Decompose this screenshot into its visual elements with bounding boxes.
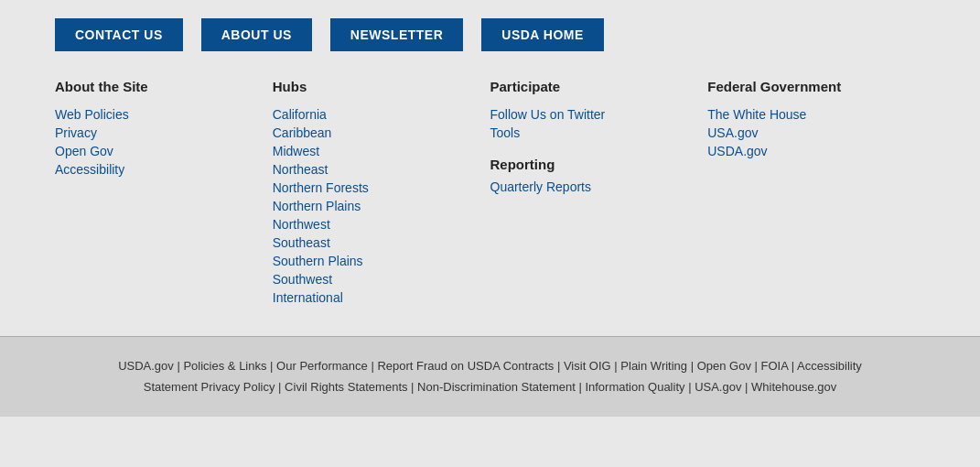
link-southwest[interactable]: Southwest [273, 272, 472, 287]
link-northern-plains[interactable]: Northern Plains [273, 199, 472, 213]
link-caribbean[interactable]: Caribbean [273, 125, 472, 140]
button-row: CONTACT US ABOUT US NEWSLETTER USDA HOME [55, 18, 925, 51]
link-international[interactable]: International [273, 290, 472, 305]
link-california[interactable]: California [273, 107, 472, 122]
bottom-link-accessibility[interactable]: Accessibility [797, 359, 862, 373]
reporting-heading: Reporting [490, 157, 690, 172]
col2-heading: Hubs [273, 79, 472, 94]
col4-heading: Federal Government [707, 79, 907, 94]
link-southeast[interactable]: Southeast [273, 235, 472, 250]
link-usda-gov[interactable]: USDA.gov [707, 144, 907, 158]
link-northwest[interactable]: Northwest [273, 217, 472, 232]
col-participate: Participate Follow Us on Twitter Tools R… [490, 79, 708, 309]
bottom-link-oig[interactable]: Visit OIG [564, 359, 611, 373]
bottom-link-usda-gov[interactable]: USDA.gov [118, 359, 174, 373]
link-privacy[interactable]: Privacy [55, 125, 254, 140]
bottom-line2: Statement Privacy Policy | Civil Rights … [55, 376, 925, 397]
col3-heading: Participate [490, 79, 690, 94]
col-federal: Federal Government The White House USA.g… [707, 79, 925, 309]
link-midwest[interactable]: Midwest [273, 144, 472, 158]
bottom-link-foia[interactable]: FOIA [761, 359, 789, 373]
link-white-house[interactable]: The White House [707, 107, 907, 122]
footer-top: CONTACT US ABOUT US NEWSLETTER USDA HOME… [0, 0, 980, 336]
bottom-link-whitehouse[interactable]: Whitehouse.gov [751, 380, 836, 394]
bottom-link-fraud[interactable]: Report Fraud on USDA Contracts [377, 359, 554, 373]
col-about-site: About the Site Web Policies Privacy Open… [55, 79, 273, 309]
bottom-line1: USDA.gov | Policies & Links | Our Perfor… [55, 355, 925, 376]
bottom-link-plain-writing[interactable]: Plain Writing [620, 359, 687, 373]
bottom-link-usa-gov2[interactable]: USA.gov [695, 380, 741, 394]
link-northern-forests[interactable]: Northern Forests [273, 180, 472, 195]
col1-heading: About the Site [55, 79, 254, 94]
bottom-link-civil-rights[interactable]: Civil Rights Statements [285, 380, 407, 394]
contact-us-button[interactable]: CONTACT US [55, 18, 183, 51]
bottom-link-open-gov[interactable]: Open Gov [697, 359, 751, 373]
usda-home-button[interactable]: USDA HOME [481, 18, 604, 51]
columns-row: About the Site Web Policies Privacy Open… [55, 79, 925, 309]
link-northeast[interactable]: Northeast [273, 162, 472, 177]
about-us-button[interactable]: ABOUT US [201, 18, 312, 51]
link-accessibility[interactable]: Accessibility [55, 162, 254, 177]
footer-bottom-links: USDA.gov | Policies & Links | Our Perfor… [55, 355, 925, 398]
bottom-link-info-quality[interactable]: Information Quality [585, 380, 684, 394]
bottom-link-performance[interactable]: Our Performance [276, 359, 368, 373]
link-tools[interactable]: Tools [490, 125, 690, 140]
link-usa-gov[interactable]: USA.gov [707, 125, 907, 140]
newsletter-button[interactable]: NEWSLETTER [330, 18, 463, 51]
link-open-gov[interactable]: Open Gov [55, 144, 254, 158]
link-web-policies[interactable]: Web Policies [55, 107, 254, 122]
bottom-link-privacy[interactable]: Statement Privacy Policy [144, 380, 275, 394]
bottom-link-policies[interactable]: Policies & Links [183, 359, 266, 373]
link-quarterly-reports[interactable]: Quarterly Reports [490, 179, 690, 194]
link-follow-twitter[interactable]: Follow Us on Twitter [490, 107, 690, 122]
bottom-link-non-discrimination[interactable]: Non-Discrimination Statement [417, 380, 576, 394]
col-hubs: Hubs California Caribbean Midwest Northe… [273, 79, 490, 309]
link-southern-plains[interactable]: Southern Plains [273, 254, 472, 268]
footer-bottom: USDA.gov | Policies & Links | Our Perfor… [0, 336, 980, 417]
